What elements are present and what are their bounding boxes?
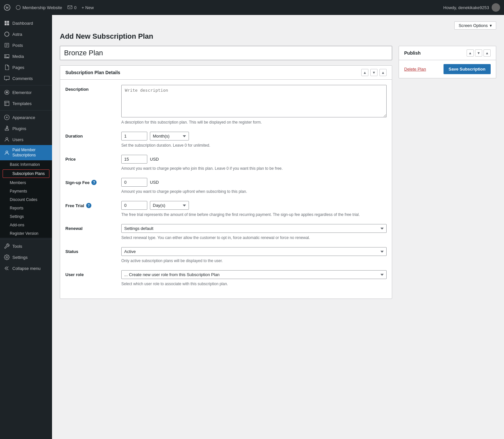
signup-fee-control: USD Amount you want to charge people upf… xyxy=(121,178,387,194)
sidebar-item-astra[interactable]: Astra xyxy=(0,29,52,40)
sidebar-item-posts-label: Posts xyxy=(12,43,23,48)
publish-toggle[interactable]: ▲ xyxy=(484,49,491,57)
publish-panel-header: Publish ▲ ▼ ▲ xyxy=(399,46,496,60)
svg-rect-3 xyxy=(7,21,9,23)
svg-rect-10 xyxy=(5,101,9,106)
sidebar-item-users-label: Users xyxy=(12,137,23,142)
price-number-input[interactable] xyxy=(121,155,147,164)
plan-title-input[interactable] xyxy=(60,46,392,60)
content-grid: Subscription Plan Details ▲ ▼ ▲ Descript… xyxy=(60,46,496,304)
panel-toggle[interactable]: ▲ xyxy=(379,69,387,76)
right-column: Publish ▲ ▼ ▲ Delete Plan Save Subscript… xyxy=(399,46,496,78)
sidebar-item-collapse[interactable]: Collapse menu xyxy=(0,263,52,274)
sidebar-item-paid-member-subscriptions[interactable]: Paid Member Subscriptions xyxy=(0,145,52,160)
wp-logo[interactable]: W xyxy=(4,4,10,11)
sidebar-item-dashboard[interactable]: Dashboard xyxy=(0,18,52,29)
signup-fee-input-row: USD xyxy=(121,178,387,187)
sidebar-item-pages-label: Pages xyxy=(12,65,24,70)
status-select[interactable]: Active Inactive xyxy=(121,247,387,256)
sidebar-item-plugins[interactable]: Plugins xyxy=(0,123,52,134)
sidebar-item-tools[interactable]: Tools xyxy=(0,241,52,252)
sidebar-item-appearance[interactable]: Appearance xyxy=(0,112,52,123)
status-hint: Only active subscription plans will be d… xyxy=(121,258,387,264)
user-role-control: ... Create new user role from this Subsc… xyxy=(121,270,387,287)
free-trial-control: Day(s) Month(s) Year(s) The free trial r… xyxy=(121,201,387,218)
panel-collapse-down[interactable]: ▼ xyxy=(370,69,378,76)
admin-bar: W Membership Website 0 + New Howdy, dene… xyxy=(0,0,504,15)
sidebar-item-users[interactable]: Users xyxy=(0,134,52,145)
sidebar-item-pages[interactable]: Pages xyxy=(0,62,52,73)
duration-number-input[interactable] xyxy=(121,132,147,140)
signup-fee-help-icon[interactable]: ? xyxy=(91,180,97,185)
submenu-settings[interactable]: Settings xyxy=(0,212,52,221)
panel-body: Description A description for this subsc… xyxy=(60,80,392,299)
panel-collapse-up[interactable]: ▲ xyxy=(361,69,368,76)
description-row: Description A description for this subsc… xyxy=(65,85,387,125)
sidebar-item-settings-label: Settings xyxy=(12,255,28,260)
publish-header-controls: ▲ ▼ ▲ xyxy=(467,49,491,57)
user-role-select[interactable]: ... Create new user role from this Subsc… xyxy=(121,270,387,279)
renewal-control: Settings default Allow opt-in Force auto… xyxy=(121,224,387,241)
publish-body: Delete Plan Save Subscription xyxy=(399,60,496,78)
svg-point-13 xyxy=(6,151,8,153)
free-trial-label: Free Trial ? xyxy=(65,201,117,208)
panel-title: Subscription Plan Details xyxy=(65,70,120,75)
free-trial-input[interactable] xyxy=(121,201,147,210)
price-control: USD Amount you want to charge people who… xyxy=(121,155,387,171)
free-trial-row: Free Trial ? Day(s) Month(s) Year(s) xyxy=(65,201,387,218)
price-input-row: USD xyxy=(121,155,387,164)
publish-collapse-up[interactable]: ▲ xyxy=(467,49,474,57)
sidebar-item-media[interactable]: Media xyxy=(0,51,52,62)
sidebar-item-comments[interactable]: Comments xyxy=(0,73,52,84)
sidebar-item-posts[interactable]: Posts xyxy=(0,40,52,51)
signup-fee-input[interactable] xyxy=(121,178,147,187)
svg-rect-4 xyxy=(5,23,7,25)
free-trial-help-icon[interactable]: ? xyxy=(86,203,91,208)
subscription-details-panel: Subscription Plan Details ▲ ▼ ▲ Descript… xyxy=(60,65,392,299)
pms-submenu: Basic Information Subscription Plans Mem… xyxy=(0,160,52,238)
submenu-discount-codes[interactable]: Discount Codes xyxy=(0,195,52,204)
svg-rect-2 xyxy=(5,21,7,23)
submenu-members[interactable]: Members xyxy=(0,179,52,187)
renewal-select[interactable]: Settings default Allow opt-in Force auto… xyxy=(121,224,387,233)
sidebar-item-templates-label: Templates xyxy=(12,101,32,106)
site-name[interactable]: Membership Website xyxy=(16,5,62,10)
signup-fee-currency: USD xyxy=(150,180,159,185)
left-column: Subscription Plan Details ▲ ▼ ▲ Descript… xyxy=(60,46,392,304)
renewal-row: Renewal Settings default Allow opt-in Fo… xyxy=(65,224,387,241)
duration-unit-select[interactable]: Month(s) Day(s) Year(s) xyxy=(150,132,189,140)
sidebar-item-dashboard-label: Dashboard xyxy=(12,21,33,26)
description-textarea[interactable] xyxy=(121,85,387,117)
submenu-register-version[interactable]: Register Version xyxy=(0,229,52,238)
sidebar-item-settings[interactable]: Settings xyxy=(0,252,52,263)
save-subscription-button[interactable]: Save Subscription xyxy=(444,64,491,74)
submenu-basic-information[interactable]: Basic Information xyxy=(0,160,52,169)
submenu-subscription-plans[interactable]: Subscription Plans xyxy=(3,169,49,178)
description-label: Description xyxy=(65,85,117,92)
publish-panel: Publish ▲ ▼ ▲ Delete Plan Save Subscript… xyxy=(399,46,496,78)
comments-icon[interactable]: 0 xyxy=(67,5,76,10)
status-label: Status xyxy=(65,247,117,254)
price-label: Price xyxy=(65,155,117,162)
status-control: Active Inactive Only active subscription… xyxy=(121,247,387,264)
price-hint: Amount you want to charge people who joi… xyxy=(121,166,387,171)
delete-plan-link[interactable]: Delete Plan xyxy=(404,67,426,72)
submenu-payments[interactable]: Payments xyxy=(0,187,52,195)
submenu-add-ons[interactable]: Add-ons xyxy=(0,221,52,229)
submenu-reports[interactable]: Reports xyxy=(0,204,52,212)
svg-text:W: W xyxy=(6,6,9,9)
signup-fee-hint: Amount you want to charge people upfront… xyxy=(121,189,387,194)
howdy-menu[interactable]: Howdy, denekikake9253 xyxy=(443,3,500,12)
sidebar-item-elementor[interactable]: Elementor xyxy=(0,87,52,98)
sidebar-item-appearance-label: Appearance xyxy=(12,115,35,120)
sidebar-item-templates[interactable]: Templates xyxy=(0,98,52,109)
screen-options-button[interactable]: Screen Options ▾ xyxy=(454,21,496,30)
menu-separator-2 xyxy=(0,110,52,111)
publish-collapse-down[interactable]: ▼ xyxy=(475,49,482,57)
menu-separator-3 xyxy=(0,239,52,239)
sidebar-item-collapse-label: Collapse menu xyxy=(12,266,41,271)
duration-control: Month(s) Day(s) Year(s) Set the subscrip… xyxy=(121,132,387,148)
new-button[interactable]: + New xyxy=(82,5,94,10)
screen-options-chevron: ▾ xyxy=(490,23,492,28)
free-trial-unit-select[interactable]: Day(s) Month(s) Year(s) xyxy=(150,201,189,210)
